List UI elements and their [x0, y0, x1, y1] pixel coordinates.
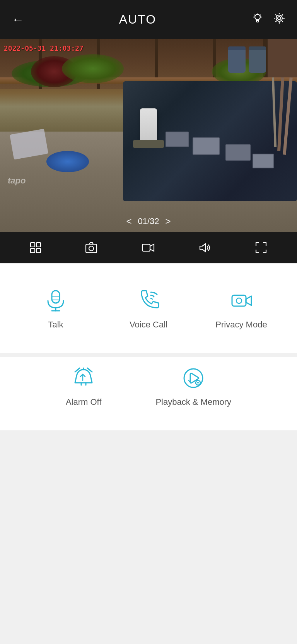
alarm-off-label: Alarm Off	[66, 397, 102, 407]
svg-rect-12	[36, 248, 41, 253]
privacy-mode-button[interactable]: Privacy Mode	[199, 279, 284, 337]
svg-point-7	[278, 17, 281, 20]
playback-memory-label: Playback & Memory	[155, 397, 231, 407]
svg-rect-15	[142, 244, 150, 251]
tapo-logo: tapo	[8, 176, 26, 186]
bottom-area	[0, 430, 297, 644]
svg-line-3	[254, 15, 255, 15]
privacy-mode-label: Privacy Mode	[215, 320, 267, 330]
fullscreen-button[interactable]	[247, 237, 275, 258]
page-number: 01/32	[138, 216, 159, 226]
playback-memory-button[interactable]: Playback & Memory	[152, 357, 235, 415]
svg-point-8	[276, 15, 282, 21]
phone-icon	[135, 287, 162, 314]
actions-section: Talk Voice Call P	[0, 264, 297, 353]
svg-point-0	[255, 14, 260, 20]
svg-rect-11	[31, 248, 35, 253]
svg-rect-21	[232, 295, 246, 306]
actions-row-2: Alarm Off Playback & Memory	[0, 357, 297, 430]
svg-point-14	[89, 246, 94, 251]
voice-call-label: Voice Call	[130, 320, 167, 330]
talk-label: Talk	[48, 320, 63, 330]
svg-rect-10	[36, 243, 41, 247]
grid-view-button[interactable]	[22, 238, 50, 258]
page-indicator: < 01/32 >	[126, 216, 171, 227]
header-bar: ← AUTO	[0, 0, 297, 39]
microphone-icon	[42, 287, 69, 314]
settings-gear-icon[interactable]	[273, 12, 285, 27]
control-bar	[0, 232, 297, 263]
svg-line-4	[260, 15, 261, 15]
prev-page-button[interactable]: <	[126, 216, 131, 227]
voice-call-button[interactable]: Voice Call	[106, 279, 191, 337]
playback-icon	[180, 365, 207, 392]
svg-rect-9	[31, 243, 35, 247]
next-page-button[interactable]: >	[166, 216, 171, 227]
record-button[interactable]	[133, 237, 163, 259]
camera-scene: 2022-05-31 21:03:27 tapo < 01/32 >	[0, 39, 297, 232]
privacy-camera-icon	[228, 287, 255, 314]
alarm-icon	[70, 365, 97, 392]
talk-button[interactable]: Talk	[13, 279, 98, 337]
header-icons	[251, 12, 285, 27]
screenshot-button[interactable]	[77, 237, 106, 258]
svg-point-22	[236, 298, 242, 303]
camera-feed: 2022-05-31 21:03:27 tapo < 01/32 >	[0, 39, 297, 232]
alarm-off-button[interactable]: Alarm Off	[62, 357, 106, 415]
light-bulb-icon[interactable]	[251, 12, 264, 27]
back-button[interactable]: ←	[12, 12, 24, 27]
svg-rect-13	[86, 244, 97, 253]
actions-row-1: Talk Voice Call P	[13, 279, 284, 337]
header-title: AUTO	[119, 12, 156, 27]
volume-button[interactable]	[191, 237, 219, 258]
timestamp-overlay: 2022-05-31 21:03:27	[4, 44, 84, 52]
